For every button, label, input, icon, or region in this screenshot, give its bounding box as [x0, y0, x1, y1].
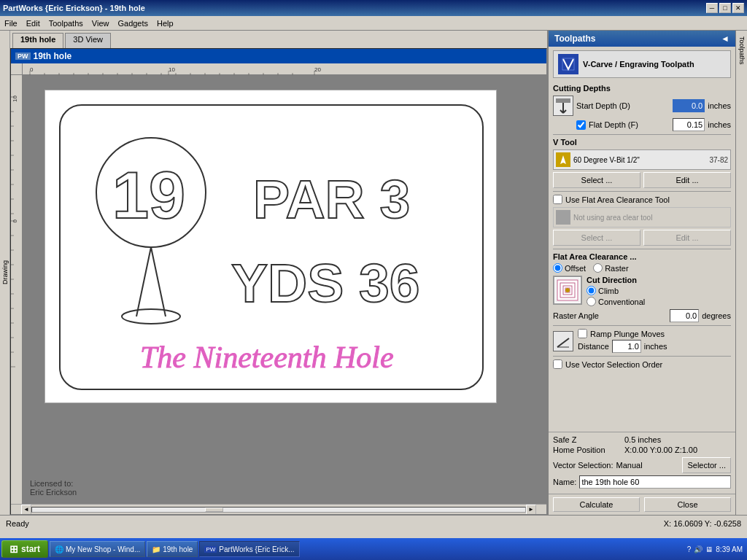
tab-3d-view[interactable]: 3D View — [65, 33, 111, 48]
ramp-icon-svg — [554, 332, 572, 350]
flat-depth-input[interactable]: 0.15 — [673, 118, 705, 131]
status-bar: Ready X: 16.0609 Y: -0.6258 — [0, 515, 747, 531]
flat-area-edit-button[interactable]: Edit ... — [643, 230, 731, 246]
menu-view[interactable]: View — [88, 18, 114, 28]
toolpaths-footer: Safe Z 0.5 inches Home Position X:0.00 Y… — [549, 432, 735, 494]
raster-angle-unit: degrees — [702, 311, 731, 320]
flat-area-section-label: Flat Area Clearance ... — [553, 252, 731, 261]
start-label: start — [21, 544, 40, 554]
start-depth-input[interactable]: 0.0 — [673, 99, 705, 112]
taskbar-pw-icon: PW — [204, 546, 217, 553]
vtool-name: 60 Degree V-Bit 1/2" — [573, 156, 706, 164]
offset-radio[interactable] — [553, 263, 562, 273]
right-tab-strip: Toolpaths — [735, 31, 747, 515]
action-buttons: Calculate Close — [549, 494, 735, 515]
start-depth-label: Start Depth (D) — [576, 101, 670, 110]
safe-z-value: 0.5 inches — [624, 435, 661, 444]
canvas-header: PW 19th hole — [11, 49, 546, 63]
scroll-right-button[interactable]: ► — [526, 505, 536, 515]
divider-5 — [553, 356, 731, 357]
toolpaths-body: V-Carve / Engraving Toolpath Cutting Dep… — [549, 47, 735, 432]
tabs: 19th hole 3D View — [10, 31, 547, 48]
scroll-thumb[interactable] — [205, 508, 223, 512]
toolpaths-header: Toolpaths ◄ — [549, 31, 735, 47]
ruler-v-ticks — [11, 75, 23, 504]
offset-label: Offset — [565, 264, 586, 273]
vtool-icon — [556, 152, 570, 167]
right-tab-label[interactable]: Toolpaths — [737, 34, 747, 68]
conventional-radio[interactable] — [587, 297, 596, 306]
ramp-section: Ramp Plunge Moves Distance inches — [553, 329, 731, 353]
ruler-vertical: 10 0 — [11, 75, 23, 504]
climb-label: Climb — [598, 287, 619, 295]
taskbar-item-3[interactable]: PW PartWorks {Eric Erick... — [199, 541, 299, 557]
divider-3 — [553, 249, 731, 249]
ramp-distance-input[interactable] — [612, 340, 641, 353]
scroll-left-button[interactable]: ◄ — [21, 505, 31, 515]
maximize-button[interactable]: □ — [719, 3, 731, 13]
drawing-canvas-area[interactable]: 19 PAR 3 YDS 36 The Nineteenth Hole — [23, 75, 546, 504]
ruler-h-ticks — [23, 63, 546, 75]
menu-file[interactable]: File — [0, 18, 22, 28]
raster-angle-input[interactable] — [670, 309, 699, 322]
vtool-edit-button[interactable]: Edit ... — [643, 172, 731, 188]
selector-button[interactable]: Selector ... — [682, 457, 731, 473]
flat-area-select-button[interactable]: Select ... — [553, 230, 640, 246]
close-button[interactable]: Close — [644, 497, 731, 512]
taskbar-item-2-label: 19th hole — [163, 545, 193, 553]
menu-toolpaths[interactable]: Toolpaths — [44, 18, 88, 28]
svg-text:YDS 36: YDS 36 — [231, 252, 419, 314]
canvas-title: 19th hole — [34, 51, 72, 61]
cut-direction-area: Cut Direction Climb Conventional — [553, 276, 731, 306]
raster-radio[interactable] — [593, 263, 603, 273]
taskbar-item-3-label: PartWorks {Eric Erick... — [219, 545, 294, 553]
taskbar-time: 8:39 AM — [716, 545, 743, 553]
menu-edit[interactable]: Edit — [22, 18, 44, 28]
safe-z-row: Safe Z 0.5 inches — [553, 435, 731, 444]
menu-gadgets[interactable]: Gadgets — [113, 18, 152, 28]
start-button[interactable]: ⊞ start — [1, 540, 48, 558]
climb-radio-item: Climb — [587, 286, 731, 295]
divider-1 — [553, 134, 731, 135]
vector-selection-mode: Manual — [616, 461, 680, 470]
name-input[interactable] — [579, 475, 731, 489]
flat-area-clearance-section: Flat Area Clearance ... Offset Raster — [553, 252, 731, 322]
taskbar-right: ? 🔊 🖥 8:39 AM — [687, 545, 746, 553]
title-bar: PartWorks {Eric Erickson} - 19th hole ─ … — [0, 0, 747, 16]
raster-label: Raster — [605, 264, 628, 273]
cut-direction-icon — [553, 276, 582, 305]
start-icon: ⊞ — [9, 543, 18, 555]
horizontal-scrollbar[interactable]: ◄ ► — [11, 504, 546, 514]
flat-area-checkbox-row: Use Flat Area Clearance Tool — [553, 195, 731, 204]
vtool-select-button[interactable]: Select ... — [553, 172, 640, 188]
ramp-checkbox[interactable] — [578, 329, 587, 338]
cut-direction-options: Cut Direction Climb Conventional — [587, 276, 731, 306]
taskbar-item-2[interactable]: 📁 19th hole — [147, 541, 198, 557]
minimize-button[interactable]: ─ — [706, 3, 718, 13]
ruler-vmark-10: 10 — [12, 96, 18, 102]
close-window-button[interactable]: ✕ — [732, 3, 744, 13]
main-layout: Drawing 19th hole 3D View PW 19th hole 0… — [0, 31, 747, 515]
taskbar-item-1-label: My New Shop - Wind... — [66, 545, 140, 553]
vector-order-checkbox[interactable] — [553, 359, 562, 369]
taskbar-item-1[interactable]: 🌐 My New Shop - Wind... — [50, 541, 145, 557]
svg-line-43 — [136, 247, 151, 316]
svg-line-44 — [151, 247, 166, 316]
safe-z-label: Safe Z — [553, 435, 619, 444]
climb-radio[interactable] — [587, 286, 596, 295]
menu-help[interactable]: Help — [152, 18, 178, 28]
tab-19th-hole[interactable]: 19th hole — [12, 33, 63, 48]
taskbar: ⊞ start 🌐 My New Shop - Wind... 📁 19th h… — [0, 538, 747, 560]
ramp-distance-unit: inches — [644, 342, 667, 351]
calculate-button[interactable]: Calculate — [553, 497, 640, 512]
toolpaths-collapse-button[interactable]: ◄ — [721, 34, 729, 44]
flat-area-checkbox[interactable] — [553, 195, 562, 204]
title-bar-buttons: ─ □ ✕ — [706, 3, 744, 13]
flat-area-icon — [556, 210, 570, 225]
vector-order-row: Use Vector Selection Order — [553, 359, 731, 369]
svg-text:PAR 3: PAR 3 — [253, 168, 410, 230]
cut-direction-label: Cut Direction — [587, 276, 731, 284]
ramp-label: Ramp Plunge Moves — [590, 330, 665, 338]
flat-depth-checkbox[interactable] — [576, 120, 586, 130]
divider-4 — [553, 325, 731, 326]
